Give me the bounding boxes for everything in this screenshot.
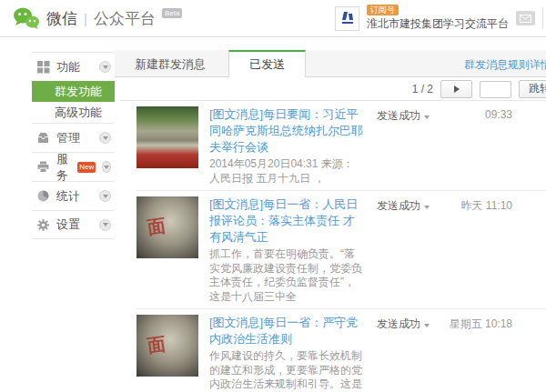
send-status-dropdown[interactable]: 发送成功 [377, 108, 430, 124]
expand-toggle-icon[interactable] [99, 219, 111, 231]
expand-toggle-icon[interactable] [99, 190, 111, 202]
tab-sent[interactable]: 已发送 [228, 50, 306, 77]
status-label: 发送成功 [377, 198, 420, 214]
logo-text: 微信 [46, 8, 77, 29]
list-toolbar: 1 / 2 跳转 [115, 78, 546, 100]
message-title-link[interactable]: [图文消息]每日一省：严守党内政治生活准则 [209, 315, 364, 347]
page-jump-button[interactable]: 跳转 [519, 80, 546, 98]
sidebar-item-label: 服务 [56, 151, 73, 184]
beta-badge: Beta [162, 8, 182, 18]
status-label: 发送成功 [377, 317, 420, 332]
expand-toggle-icon[interactable] [99, 132, 111, 144]
thumbnail-glyph: 面 [146, 332, 167, 359]
printer-icon [36, 160, 50, 174]
chevron-down-icon [424, 324, 430, 327]
message-title-link[interactable]: [图文消息]每日一省：人民日报评论员：落实主体责任 才有风清气正 [209, 196, 364, 246]
message-text-block: [图文消息]每日一省：严守党内政治生活准则 作风建设的持久，要靠长效机制的建立和… [209, 315, 364, 392]
sidebar-item-services[interactable]: 服务 New [32, 152, 115, 181]
tab-new-mass-message[interactable]: 新建群发消息 [115, 51, 226, 78]
next-page-button[interactable] [440, 80, 472, 98]
sent-message-list: [图文消息]每日要闻：习近平同哈萨克斯坦总统纳扎尔巴耶夫举行会谈 2014年05… [136, 101, 546, 392]
status-label: 发送成功 [377, 108, 420, 124]
message-time: 星期五 10:18 [450, 317, 546, 332]
gear-icon [36, 218, 50, 232]
page-jump-input[interactable] [480, 81, 511, 98]
mass-message-rules-link[interactable]: 群发消息规则详情 [464, 57, 546, 73]
wechat-logo: 微信 | 公众平台 Beta [13, 6, 182, 30]
avatar-logo-icon [339, 9, 357, 27]
message-row: 面 [图文消息]每日一省：严守党内政治生活准则 作风建设的持久，要靠长效机制的建… [136, 309, 546, 392]
account-name: 淮北市建投集团学习交流平台 [367, 16, 509, 32]
sidebar-submenu: 群发功能 高级功能 [32, 81, 115, 123]
thumbnail-glyph: 面 [146, 214, 167, 241]
message-thumbnail[interactable]: 面 [136, 196, 198, 258]
sidebar-item-settings[interactable]: 设置 [32, 210, 115, 239]
sidebar-item-functions[interactable]: 功能 [32, 52, 115, 81]
sidebar-item-advanced-functions[interactable]: 高级功能 [32, 102, 115, 123]
tray-icon [36, 131, 50, 145]
message-time: 昨天 11:10 [461, 198, 546, 214]
account-type-badge: 订阅号 [367, 5, 399, 15]
tab-bar: 新建群发消息 已发送 群发消息规则详情 [115, 50, 546, 77]
new-badge: New [77, 162, 96, 173]
message-thumbnail[interactable] [136, 106, 198, 168]
account-info: 订阅号 淮北市建投集团学习交流平台 [367, 5, 509, 32]
pie-chart-icon [36, 189, 50, 203]
mail-icon[interactable] [516, 11, 535, 25]
sidebar-item-label: 管理 [56, 130, 80, 146]
message-row: [图文消息]每日要闻：习近平同哈萨克斯坦总统纳扎尔巴耶夫举行会谈 2014年05… [136, 101, 546, 191]
top-header: 微信 | 公众平台 Beta 订阅号 淮北市建投集团学习交流平台 [0, 0, 546, 37]
sidebar-nav: 功能 群发功能 高级功能 管理 服务 New 统计 [32, 52, 115, 239]
logo-subtitle: 公众平台 [94, 8, 156, 29]
sidebar-item-mass-messaging[interactable]: 群发功能 [32, 81, 115, 102]
account-avatar[interactable] [335, 6, 359, 31]
message-excerpt: 作风建设的持久，要靠长效机制的建立和形成，更要靠严格的党内政治生活来规制和引导。… [209, 349, 364, 392]
grid-icon [36, 60, 50, 74]
message-text-block: [图文消息]每日要闻：习近平同哈萨克斯坦总统纳扎尔巴耶夫举行会谈 2014年05… [209, 106, 364, 186]
wechat-bubbles-icon [13, 6, 40, 30]
logo-separator: | [84, 11, 87, 26]
chevron-down-icon [424, 116, 430, 119]
sidebar-item-label: 功能 [56, 59, 80, 75]
message-row: 面 [图文消息]每日一省：人民日报评论员：落实主体责任 才有风清气正 抓工作，首… [136, 191, 546, 309]
message-excerpt: 抓工作，首要在明确负责。“落实党风廉政建设责任制，党委负主体责任，纪委负监督责任… [209, 247, 364, 304]
sidebar-item-statistics[interactable]: 统计 [32, 181, 115, 210]
account-area: 订阅号 淮北市建投集团学习交流平台 [335, 5, 543, 32]
main-content: 新建群发消息 已发送 群发消息规则详情 1 / 2 跳转 [图文消息]每日要闻：… [115, 37, 546, 392]
message-text-block: [图文消息]每日一省：人民日报评论员：落实主体责任 才有风清气正 抓工作，首要在… [209, 196, 364, 304]
message-title-link[interactable]: [图文消息]每日要闻：习近平同哈萨克斯坦总统纳扎尔巴耶夫举行会谈 [209, 106, 364, 156]
expand-toggle-icon[interactable] [102, 161, 111, 173]
message-time: 09:33 [485, 108, 546, 121]
sidebar-item-label: 统计 [56, 188, 80, 205]
sidebar-item-management[interactable]: 管理 [32, 123, 115, 152]
expand-toggle-icon[interactable] [99, 61, 111, 73]
message-excerpt: 2014年05月20日04:31 来源：人民日报 五月十九日 ， [209, 157, 364, 186]
header-divider [542, 7, 543, 29]
send-status-dropdown[interactable]: 发送成功 [377, 317, 430, 332]
page-indicator: 1 / 2 [412, 83, 433, 95]
chevron-down-icon [424, 206, 430, 209]
sidebar-item-label: 设置 [56, 216, 80, 233]
arrow-right-icon [454, 85, 460, 93]
send-status-dropdown[interactable]: 发送成功 [377, 198, 430, 214]
pagination: 1 / 2 跳转 [412, 80, 546, 98]
message-thumbnail[interactable]: 面 [136, 315, 198, 377]
